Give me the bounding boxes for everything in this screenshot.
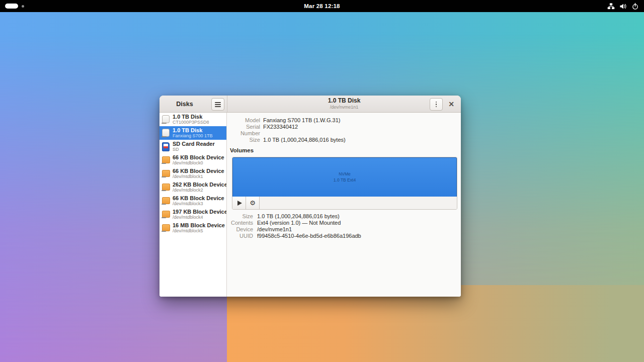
volume-contents-row: Contents Ext4 (version 1.0) — Not Mounte… (229, 220, 461, 226)
window-title: 1.0 TB Disk (328, 98, 361, 104)
device-subtitle: Fanxiang S700 1TB (173, 134, 213, 138)
drive-icon (162, 128, 170, 138)
volume-device-row: Device /dev/nvme1n1 (229, 226, 461, 233)
hamburger-icon (215, 104, 221, 105)
flash-icon (162, 209, 170, 220)
device-title: 66 KB Block Device (173, 168, 224, 174)
volume-details: Size 1.0 TB (1,000,204,886,016 bytes) Co… (229, 213, 461, 239)
size-row: Size 1.0 TB (1,000,204,886,016 bytes) (227, 137, 461, 143)
size-value: 1.0 TB (1,000,204,886,016 bytes) (263, 137, 346, 143)
device-subtitle: /dev/mtdblock5 (173, 229, 224, 233)
main-header: 1.0 TB Disk /dev/nvme1n1 ✕ (227, 96, 461, 112)
size-label: Size (227, 137, 260, 143)
flash-icon (162, 182, 170, 193)
device-title: 1.0 TB Disk (173, 128, 213, 134)
volume-uuid-row: UUID f99458c5-4510-4e6e-bd5d-e6b86a196ad… (229, 233, 461, 239)
power-icon (631, 3, 639, 10)
sidebar-item-mtdblock2[interactable]: 262 KB Block Device /dev/mtdblock2 (159, 180, 226, 194)
mount-button[interactable] (232, 197, 246, 209)
volume-size-type: 1.0 TB Ext4 (334, 177, 356, 183)
sidebar-item-mtdblock5[interactable]: 16 MB Block Device /dev/mtdblock5 (159, 221, 226, 235)
device-title: 1.0 TB Disk (173, 114, 209, 120)
model-value: Fanxiang S700 1TB (1.W.G.31) (263, 117, 340, 124)
device-subtitle: /dev/mtdblock4 (173, 215, 224, 220)
disk-detail-pane: Model Fanxiang S700 1TB (1.W.G.31) Seria… (227, 113, 461, 297)
drive-options-button[interactable] (430, 98, 443, 111)
serial-number-label: Serial Number (227, 124, 260, 137)
flash-icon (162, 155, 170, 165)
device-subtitle: /dev/mtdblock1 (173, 174, 224, 179)
sidebar-header: Disks (159, 96, 227, 112)
app-title: Disks (159, 96, 210, 112)
flash-icon (162, 196, 170, 206)
drive-icon (162, 114, 170, 125)
model-label: Model (227, 117, 260, 124)
window-body: 1.0 TB Disk CT1000P3PSSD8 1.0 TB Disk Fa… (159, 113, 461, 297)
volume-device-value: /dev/nvme1n1 (257, 226, 292, 233)
device-title: 262 KB Block Device (173, 182, 224, 188)
sidebar-item-mtdblock1[interactable]: 66 KB Block Device /dev/mtdblock1 (159, 167, 226, 180)
window-subtitle: /dev/nvme1n1 (328, 105, 361, 110)
serial-number-row: Serial Number FX233340412 (227, 124, 461, 137)
device-subtitle: /dev/mtdblock0 (173, 161, 224, 165)
model-row: Model Fanxiang S700 1TB (1.W.G.31) (227, 117, 461, 124)
header-bar: Disks 1.0 TB Disk /dev/nvme1n1 ✕ (159, 96, 461, 113)
device-subtitle: /dev/mtdblock2 (173, 188, 224, 193)
volume-uuid-value: f99458c5-4510-4e6e-bd5d-e6b86a196adb (257, 233, 361, 239)
gear-icon: ⚙ (250, 200, 256, 206)
sidebar-item-mtdblock3[interactable]: 66 KB Block Device /dev/mtdblock3 (159, 194, 226, 208)
close-icon: ✕ (448, 100, 454, 108)
volume-icon (619, 3, 627, 10)
device-subtitle: SD (173, 147, 215, 152)
volume-uuid-label: UUID (229, 233, 253, 239)
volume-device-label: Device (229, 226, 253, 233)
volume-size-value: 1.0 TB (1,000,204,886,016 bytes) (257, 213, 340, 220)
volumes-widget: NVMe 1.0 TB Ext4 ⚙ (232, 157, 457, 210)
device-sidebar: 1.0 TB Disk CT1000P3PSSD8 1.0 TB Disk Fa… (159, 113, 227, 297)
clock[interactable]: Mar 28 12:18 (0, 3, 644, 9)
device-subtitle: CT1000P3PSSD8 (173, 120, 209, 125)
device-title: SD Card Reader (173, 141, 215, 147)
device-title: 66 KB Block Device (173, 155, 224, 161)
volume-contents-value: Ext4 (version 1.0) — Not Mounted (257, 220, 341, 226)
sidebar-item-sd-card-reader[interactable]: SD Card Reader SD (159, 140, 226, 153)
sd-card-icon (162, 141, 170, 152)
serial-number-value: FX233340412 (263, 124, 298, 137)
sidebar-item-mtdblock0[interactable]: 66 KB Block Device /dev/mtdblock0 (159, 153, 226, 167)
top-bar: Mar 28 12:18 (0, 0, 644, 12)
flash-icon (162, 223, 170, 233)
volume-size-row: Size 1.0 TB (1,000,204,886,016 bytes) (229, 213, 461, 220)
device-title: 197 KB Block Device (173, 209, 224, 215)
kebab-icon (436, 102, 437, 103)
device-title: 66 KB Block Device (173, 196, 224, 202)
device-subtitle: /dev/mtdblock3 (173, 202, 224, 206)
volume-name: NVMe (339, 171, 351, 177)
sidebar-item-disk-ct1000[interactable]: 1.0 TB Disk CT1000P3PSSD8 (159, 113, 226, 126)
sidebar-item-mtdblock4[interactable]: 197 KB Block Device /dev/mtdblock4 (159, 208, 226, 221)
disks-window: Disks 1.0 TB Disk /dev/nvme1n1 ✕ (159, 96, 461, 297)
volume-toolbar: ⚙ (232, 197, 457, 209)
app-menu-button[interactable] (211, 98, 224, 111)
volume-size-label: Size (229, 213, 253, 220)
window-title-block: 1.0 TB Disk /dev/nvme1n1 (328, 98, 361, 110)
volume-contents-label: Contents (229, 220, 253, 226)
sidebar-item-disk-fanxiang[interactable]: 1.0 TB Disk Fanxiang S700 1TB (159, 126, 226, 140)
partition-options-button[interactable]: ⚙ (246, 197, 260, 209)
close-button[interactable]: ✕ (445, 98, 457, 110)
volume-segment[interactable]: NVMe 1.0 TB Ext4 (232, 157, 457, 197)
system-tray[interactable] (607, 0, 639, 12)
flash-icon (162, 168, 170, 179)
device-title: 16 MB Block Device (173, 223, 224, 229)
network-icon (607, 3, 615, 10)
volumes-section-label: Volumes (230, 147, 461, 153)
play-icon (237, 201, 242, 206)
